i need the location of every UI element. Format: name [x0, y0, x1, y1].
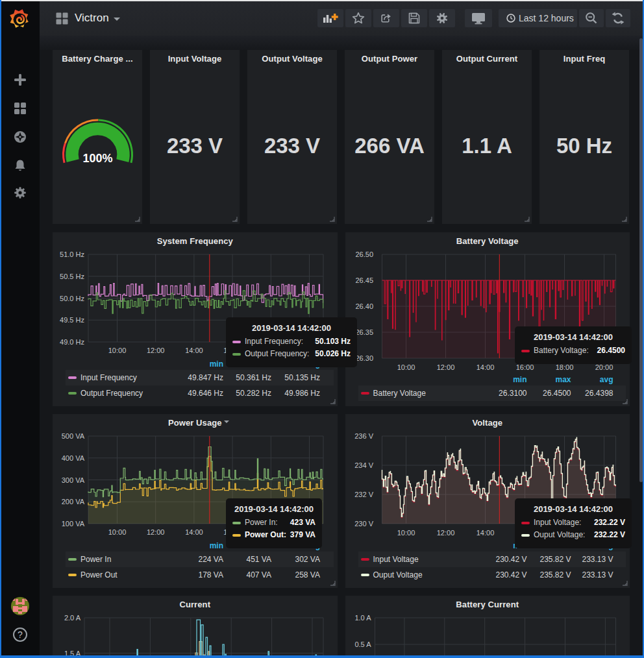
svg-text:236 V: 236 V	[354, 432, 373, 440]
svg-text:12:00: 12:00	[436, 363, 454, 371]
svg-text:14:00: 14:00	[476, 363, 494, 371]
svg-text:51.0 Hz: 51.0 Hz	[60, 250, 84, 258]
svg-text:1.0 A: 1.0 A	[354, 614, 371, 622]
svg-text:230 V: 230 V	[354, 520, 373, 528]
svg-text:2.0 A: 2.0 A	[64, 614, 81, 622]
svg-text:49.5 Hz: 49.5 Hz	[60, 316, 84, 324]
svg-text:10:00: 10:00	[108, 347, 127, 354]
svg-text:232 V: 232 V	[354, 491, 373, 498]
svg-text:10:00: 10:00	[397, 529, 415, 537]
svg-text:20:00: 20:00	[595, 363, 613, 371]
svg-text:26.40: 26.40	[355, 302, 373, 310]
svg-text:26.50: 26.50	[355, 250, 373, 258]
svg-text:100 VA: 100 VA	[62, 520, 85, 528]
svg-text:14:00: 14:00	[476, 529, 494, 537]
svg-text:300 VA: 300 VA	[62, 476, 85, 484]
svg-text:0.5 A: 0.5 A	[354, 640, 371, 648]
svg-text:500 VA: 500 VA	[62, 432, 85, 440]
svg-text:26.30: 26.30	[355, 354, 373, 362]
svg-text:400 VA: 400 VA	[62, 454, 85, 462]
svg-text:10:00: 10:00	[397, 363, 415, 371]
svg-text:10:00: 10:00	[108, 528, 127, 536]
svg-text:16:00: 16:00	[515, 363, 534, 371]
svg-text:200 VA: 200 VA	[62, 498, 85, 506]
svg-text:18:00: 18:00	[555, 363, 573, 371]
svg-text:50.0 Hz: 50.0 Hz	[60, 295, 84, 302]
svg-text:26.45: 26.45	[355, 276, 373, 284]
svg-text:12:00: 12:00	[147, 528, 165, 536]
svg-text:50.5 Hz: 50.5 Hz	[60, 273, 84, 280]
svg-text:14:00: 14:00	[185, 347, 203, 354]
svg-text:234 V: 234 V	[354, 461, 373, 469]
svg-text:12:00: 12:00	[147, 347, 165, 354]
svg-text:12:00: 12:00	[436, 529, 454, 537]
svg-text:100%: 100%	[82, 152, 112, 165]
svg-text:14:00: 14:00	[185, 528, 203, 536]
svg-text:26.35: 26.35	[355, 328, 373, 336]
svg-text:49.0 Hz: 49.0 Hz	[60, 338, 84, 346]
